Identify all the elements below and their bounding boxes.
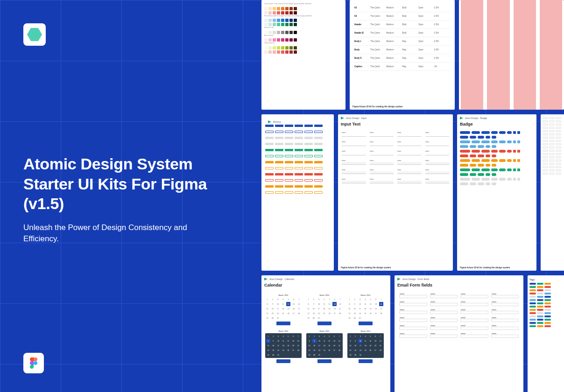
calendar-day[interactable]: 19 xyxy=(368,307,373,311)
tag[interactable] xyxy=(537,293,543,294)
badge-outline[interactable] xyxy=(556,153,561,155)
text-input[interactable] xyxy=(342,153,366,155)
calendar-day[interactable]: 3 xyxy=(276,297,280,301)
button-sample[interactable] xyxy=(314,191,323,194)
badge[interactable] xyxy=(507,140,512,143)
button-sample[interactable] xyxy=(285,143,293,145)
button-sample[interactable] xyxy=(285,185,293,188)
calendar-day[interactable]: 10 xyxy=(358,339,362,343)
calendar-day[interactable]: 28 xyxy=(338,311,342,315)
badge[interactable] xyxy=(481,131,490,134)
calendar-day[interactable]: 24 xyxy=(317,348,321,352)
calendar-day[interactable]: 19 xyxy=(368,343,373,348)
badge[interactable] xyxy=(507,159,512,162)
badge-outline[interactable] xyxy=(549,133,555,135)
text-input[interactable] xyxy=(342,134,366,137)
button-sample[interactable] xyxy=(265,143,274,145)
calendar-day[interactable]: 4 xyxy=(363,334,367,338)
text-input[interactable] xyxy=(397,134,422,137)
badge-outline[interactable] xyxy=(549,130,555,132)
calendar-day[interactable]: 10 xyxy=(276,302,280,306)
frame-grid-columns[interactable] xyxy=(459,0,564,110)
text-input[interactable] xyxy=(425,134,450,137)
calendar-day[interactable]: 25 xyxy=(363,311,367,315)
calendar-day[interactable]: 18 xyxy=(322,343,326,348)
calendar-day[interactable]: 31 xyxy=(276,316,280,320)
calendar-day[interactable] xyxy=(296,353,300,357)
button-sample[interactable] xyxy=(275,155,283,157)
form-field[interactable] xyxy=(460,303,488,306)
badge-outline[interactable] xyxy=(549,117,555,119)
button-sample[interactable] xyxy=(304,143,313,145)
calendar-day[interactable] xyxy=(338,316,342,320)
calendar-day[interactable] xyxy=(363,316,367,320)
badge-square[interactable] xyxy=(513,159,516,162)
tag[interactable] xyxy=(529,322,536,324)
calendar-day[interactable]: 29 xyxy=(347,316,352,320)
button-sample[interactable] xyxy=(265,125,274,127)
button-sample[interactable] xyxy=(275,125,283,127)
calendar-day[interactable]: 13 xyxy=(291,302,296,306)
calendar-day[interactable]: 9 xyxy=(312,339,317,343)
badge[interactable] xyxy=(460,140,470,143)
text-input[interactable] xyxy=(342,171,366,174)
form-field[interactable] xyxy=(460,295,488,298)
calendar-day[interactable]: 17 xyxy=(358,343,362,348)
form-field[interactable] xyxy=(491,335,519,338)
tag[interactable] xyxy=(529,306,536,308)
calendar-day[interactable]: 16 xyxy=(312,343,317,348)
tag[interactable] xyxy=(529,325,536,327)
tag[interactable] xyxy=(537,299,543,301)
button-sample[interactable] xyxy=(285,179,293,182)
text-input[interactable] xyxy=(370,171,394,174)
calendar-day[interactable]: 15 xyxy=(306,307,310,311)
calendar-day[interactable]: 4 xyxy=(363,297,367,301)
text-input[interactable] xyxy=(370,143,394,146)
calendar-day[interactable]: 3 xyxy=(358,334,362,338)
calendar-day[interactable] xyxy=(297,316,301,320)
calendar[interactable]: Month 2024123456789101112131415161718192… xyxy=(347,294,384,325)
badge[interactable] xyxy=(507,168,512,171)
button-sample[interactable] xyxy=(275,137,283,139)
calendar-day[interactable]: 17 xyxy=(317,307,321,311)
calendar-day[interactable] xyxy=(322,353,326,357)
button-sample[interactable] xyxy=(295,137,303,139)
badge-outline[interactable] xyxy=(543,160,548,161)
badge-outline[interactable] xyxy=(543,173,548,175)
calendar-day[interactable]: 23 xyxy=(271,348,275,352)
tag[interactable] xyxy=(529,293,536,294)
button-sample[interactable] xyxy=(314,125,323,127)
calendar-day[interactable] xyxy=(291,316,296,320)
button-sample[interactable] xyxy=(265,137,274,139)
button-sample[interactable] xyxy=(265,179,274,182)
badge-square[interactable] xyxy=(513,178,516,181)
calendar-day[interactable]: 29 xyxy=(307,353,311,357)
badge-outline[interactable] xyxy=(556,163,561,165)
calendar-day[interactable]: 19 xyxy=(286,307,290,311)
calendar-day[interactable] xyxy=(374,316,378,320)
badge-outline[interactable] xyxy=(556,173,561,175)
badge-outline[interactable] xyxy=(543,156,548,158)
calendar-day[interactable]: 20 xyxy=(291,307,296,311)
button-sample[interactable] xyxy=(314,173,323,175)
badge-outline[interactable] xyxy=(543,117,548,119)
button-sample[interactable] xyxy=(295,191,303,194)
calendar-day[interactable]: 21 xyxy=(297,307,301,311)
calendar-day[interactable]: 29 xyxy=(266,353,270,357)
badge-outline[interactable] xyxy=(556,169,561,171)
button-sample[interactable] xyxy=(275,131,283,133)
button-sample[interactable] xyxy=(265,173,274,175)
calendar-day[interactable]: 27 xyxy=(374,348,378,352)
tag[interactable] xyxy=(537,312,543,314)
calendar-day[interactable]: 8 xyxy=(307,339,311,343)
text-input[interactable] xyxy=(370,162,394,165)
text-input[interactable] xyxy=(397,143,422,146)
calendar-day[interactable] xyxy=(379,316,383,320)
calendar-day[interactable]: 4 xyxy=(281,297,285,301)
button-sample[interactable] xyxy=(314,149,323,151)
form-field[interactable] xyxy=(460,335,488,338)
calendar-day[interactable]: 25 xyxy=(281,348,285,352)
button-sample[interactable] xyxy=(285,131,293,133)
frame-input-text[interactable]: Atom Design · Input Input Text Figma Act… xyxy=(338,114,453,271)
badge[interactable] xyxy=(460,131,470,134)
